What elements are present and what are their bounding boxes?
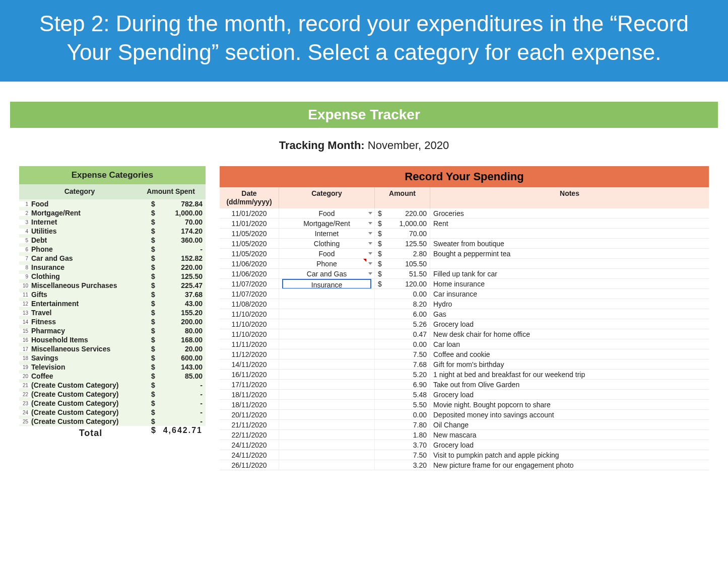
chevron-down-icon[interactable] [368, 272, 372, 275]
chevron-down-icon[interactable] [368, 262, 372, 265]
record-spending-panel: Record Your Spending Date (dd/mm/yyyy) C… [220, 166, 709, 582]
chevron-down-icon[interactable] [368, 232, 372, 235]
category-row: 4Utilities$174.20 [19, 227, 206, 236]
record-row[interactable]: 11/05/2020Clothing$125.50Sweater from bo… [220, 239, 709, 249]
category-row: 16Household Items$168.00 [19, 335, 206, 344]
category-row: 24(Create Custom Category)$- [19, 408, 206, 417]
record-row[interactable]: 11/06/2020Car and Gas$51.50Filled up tan… [220, 269, 709, 279]
category-row: 7Car and Gas$152.82 [19, 254, 206, 263]
month-label: Tracking Month: [279, 139, 365, 152]
record-row[interactable]: 17/11/20206.90Take out from Olive Garden [220, 380, 709, 390]
category-row: 1Food$782.84 [19, 199, 206, 208]
record-row[interactable]: 18/11/20205.48Grocery load [220, 390, 709, 400]
category-row: 25(Create Custom Category)$- [19, 417, 206, 426]
category-row: 9Clothing$125.50 [19, 272, 206, 281]
record-row[interactable]: 24/11/20203.70Grocery load [220, 440, 709, 450]
record-row[interactable]: 11/11/20200.00Car loan [220, 339, 709, 349]
chevron-down-icon[interactable] [368, 222, 372, 225]
category-row: 21(Create Custom Category)$- [19, 381, 206, 390]
tracker-title: Expense Tracker [10, 102, 718, 128]
chevron-down-icon[interactable] [368, 242, 372, 245]
record-row[interactable]: 11/10/20205.26Grocery load [220, 319, 709, 329]
category-row: 13Travel$155.20 [19, 308, 206, 317]
record-row[interactable]: 11/01/2020Mortgage/Rent$1,000.00Rent [220, 219, 709, 229]
chevron-down-icon[interactable] [368, 212, 372, 214]
record-row[interactable]: 11/08/20208.20Hydro [220, 299, 709, 309]
category-row: 20Coffee$85.00 [19, 372, 206, 381]
record-row[interactable]: 22/11/20201.80New mascara [220, 430, 709, 440]
record-row[interactable]: 21/11/20207.80Oil Change [220, 420, 709, 430]
record-row[interactable]: 16/11/20205.201 night at bed and breakfa… [220, 370, 709, 380]
record-row[interactable]: 14/11/20207.68Gift for mom's birthday [220, 359, 709, 370]
record-header: Record Your Spending [220, 166, 709, 187]
category-row: 23(Create Custom Category)$- [19, 399, 206, 408]
categories-col-category: Category [21, 187, 138, 195]
category-cell-active[interactable]: Insurance [282, 279, 371, 288]
category-row: 17Miscellaneous Services$20.00 [19, 344, 206, 353]
category-row: 8Insurance$220.00 [19, 263, 206, 272]
category-row: 10Miscellaneous Purchases$225.47 [19, 281, 206, 290]
category-row: 18Savings$600.00 [19, 353, 206, 362]
record-col-category: Category [279, 187, 375, 208]
comment-marker-icon [363, 259, 366, 262]
record-row[interactable]: 11/07/20200.00Car insurance [220, 289, 709, 299]
category-row: 3Internet$70.00 [19, 217, 206, 227]
record-row[interactable]: 26/11/20203.20New picture frame for our … [220, 460, 709, 470]
record-row[interactable]: 11/01/2020Food$220.00Groceries [220, 208, 709, 219]
chevron-down-icon[interactable] [368, 252, 372, 255]
category-row: 11Gifts$37.68 [19, 290, 206, 299]
category-row: 2Mortgage/Rent$1,000.00 [19, 208, 206, 217]
record-row[interactable]: 11/10/20206.00Gas [220, 309, 709, 319]
record-row[interactable]: 24/11/20207.50Visit to pumpkin patch and… [220, 450, 709, 460]
record-row[interactable]: 11/06/2020Phone$105.50 [220, 259, 709, 269]
record-col-notes: Notes [430, 187, 709, 208]
category-row: 6Phone$- [19, 245, 206, 254]
category-row: 22(Create Custom Category)$- [19, 390, 206, 399]
categories-header: Expense Categories [19, 166, 206, 184]
total-amount: 4,642.71 [160, 426, 206, 439]
instruction-banner: Step 2: During the month, record your ex… [0, 0, 728, 82]
record-row[interactable]: 11/10/20200.47New desk chair for home of… [220, 329, 709, 339]
total-label: Total [30, 426, 151, 439]
category-row: 5Debt$360.00 [19, 236, 206, 245]
categories-col-amount: Amount Spent [138, 187, 204, 195]
record-col-amount: Amount [375, 187, 430, 208]
record-row[interactable]: 11/12/20207.50Coffee and cookie [220, 349, 709, 359]
tracking-month: Tracking Month: November, 2020 [10, 139, 718, 152]
expense-categories-panel: Expense Categories Category Amount Spent… [19, 166, 206, 439]
category-row: 15Pharmacy$80.00 [19, 326, 206, 335]
category-row: 12Entertainment$43.00 [19, 299, 206, 308]
category-row: 19Television$143.00 [19, 362, 206, 372]
record-row[interactable]: 11/07/2020Insurance$120.00Home insurance [220, 279, 709, 289]
record-row[interactable]: 18/11/20205.50Movie night. Bought popcor… [220, 400, 709, 410]
record-row[interactable]: 20/11/20200.00Deposited money into savin… [220, 410, 709, 420]
record-col-date: Date (dd/mm/yyyy) [220, 187, 279, 208]
record-row[interactable]: 11/05/2020Internet$70.00 [220, 229, 709, 239]
record-row[interactable]: 11/05/2020Food$2.80Bought a peppermint t… [220, 249, 709, 259]
category-row: 14Fitness$200.00 [19, 317, 206, 326]
month-value: November, 2020 [368, 139, 449, 152]
